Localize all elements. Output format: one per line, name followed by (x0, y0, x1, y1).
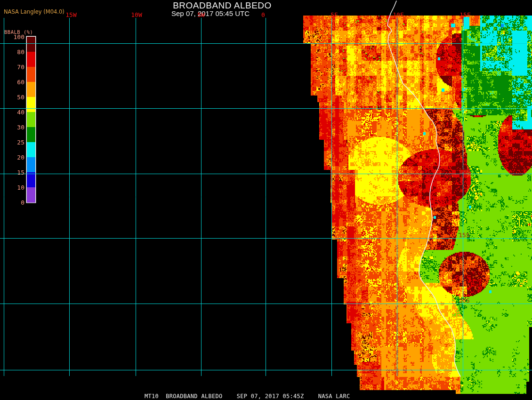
legend-tick-label: 40 (0, 109, 24, 115)
footer-caption: MT10 BROADBAND ALBEDO SEP 07, 2017 05:45… (145, 393, 350, 400)
longitude-label-5E: 5E (330, 12, 338, 18)
longitude-label-10E: 10E (393, 12, 403, 18)
legend-tick-label: 30 (0, 124, 24, 130)
legend-tick-label: 0 (0, 200, 24, 206)
legend-tick-label: 70 (0, 64, 24, 70)
latitude-label-10S: 10S (459, 168, 469, 174)
legend-tick-label: 25 (0, 139, 24, 145)
latitude-label-15S: 15S (459, 232, 469, 238)
longitude-label-15E: 15E (459, 12, 470, 18)
agency-version-label: NASA Langley (M04.0) (4, 8, 64, 15)
longitude-label-15W: 15W (65, 12, 76, 18)
legend-tick-label: 20 (0, 154, 24, 160)
legend-tick-label: 80 (0, 49, 24, 55)
legend-tick-label: 60 (0, 79, 24, 85)
longitude-label-0: 0 (261, 12, 265, 18)
legend-tick-label: 10 (0, 184, 24, 191)
latitude-label-20S: 20S (459, 298, 469, 304)
legend-tick-label: 15 (0, 169, 24, 176)
longitude-label-5W: 5W (197, 12, 205, 18)
longitude-label-10W: 10W (131, 12, 142, 18)
albedo-map-canvas (0, 0, 532, 400)
timestamp-subtitle: Sep 07, 2017 05:45 UTC (171, 9, 250, 17)
legend-tick-label: 100 (0, 34, 24, 40)
albedo-product-window: NASA Langley (M04.0) BROADBAND ALBEDO Se… (0, 0, 532, 400)
legend-tick-label: 50 (0, 94, 24, 100)
